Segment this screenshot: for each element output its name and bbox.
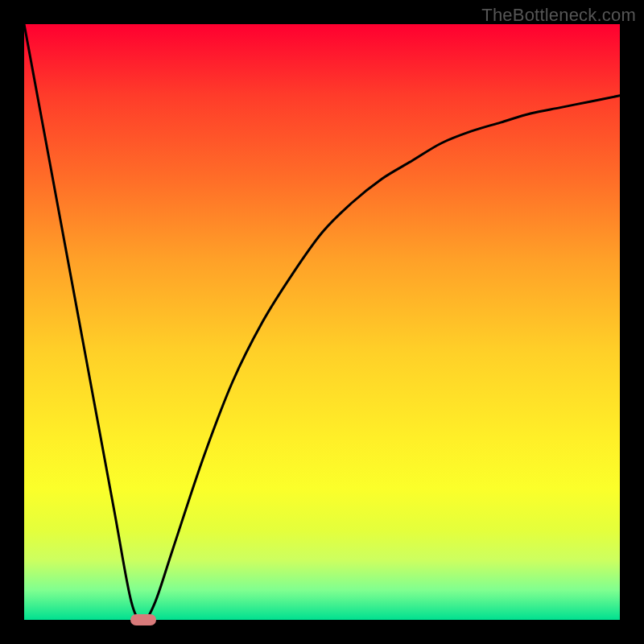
watermark-text: TheBottleneck.com <box>481 5 636 26</box>
plot-area <box>24 24 620 620</box>
bottleneck-curve <box>24 24 620 620</box>
optimal-point-marker <box>130 614 156 625</box>
curve-svg <box>24 24 620 620</box>
chart-container: TheBottleneck.com <box>0 0 644 644</box>
